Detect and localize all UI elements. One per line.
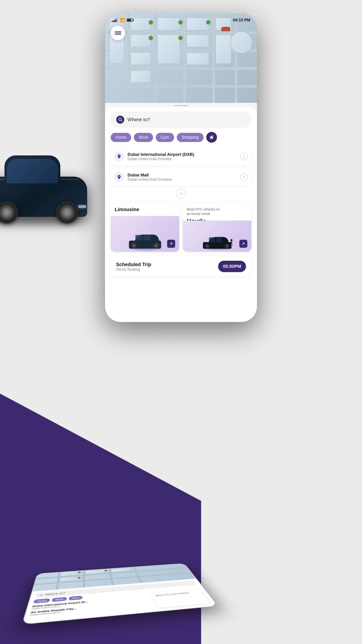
location-item-mall[interactable]: Dubai Mall Dubai-United Arab Emirates <box>111 168 251 186</box>
second-search-placeholder: Where to? <box>45 592 65 596</box>
svg-rect-25 <box>231 241 232 244</box>
car-window <box>7 159 58 183</box>
scheduled-time-badge[interactable]: 05:00PM <box>218 261 246 272</box>
chip-work[interactable]: Work <box>134 133 153 142</box>
signal-bar-1 <box>112 21 113 22</box>
location-text-airport: Dubai International Airport (DXB) Dubai-… <box>128 152 240 161</box>
location-text-mall: Dubai Mall Dubai-United Arab Emirates <box>128 173 240 182</box>
second-chip-home: Home <box>33 598 50 604</box>
car-wheel-right <box>56 201 78 224</box>
map-car <box>221 27 230 31</box>
search-placeholder: Where to? <box>127 117 150 122</box>
map-building <box>216 35 231 64</box>
map-road <box>154 14 157 103</box>
limousine-label: Limousine <box>115 206 139 212</box>
limousine-car-svg <box>125 230 165 251</box>
second-tree <box>77 577 81 579</box>
svg-point-24 <box>230 239 232 241</box>
hourly-expand-button[interactable] <box>239 240 247 248</box>
svg-point-21 <box>206 245 209 248</box>
second-map-road <box>133 567 142 583</box>
svg-rect-10 <box>135 235 142 240</box>
hamburger-line-1 <box>115 31 121 32</box>
signal-bar-2 <box>113 20 115 22</box>
3d-car-decoration <box>0 134 94 246</box>
pin-icon <box>117 175 122 180</box>
svg-line-1 <box>121 120 122 122</box>
menu-button[interactable] <box>111 26 125 40</box>
map-building <box>187 52 209 65</box>
car-headlight <box>78 205 86 208</box>
hourly-title: Book DTC vehicles on an hourly rental <box>187 207 223 216</box>
wheel-hub-left <box>2 208 11 217</box>
drag-handle <box>174 105 188 106</box>
location-pin-airport <box>114 152 124 162</box>
bottom-sheet: Where to? Home Work Gym Shopping <box>105 107 257 322</box>
svg-point-15 <box>154 244 158 247</box>
svg-line-28 <box>232 244 232 246</box>
map-road <box>127 14 130 103</box>
status-time: 09:15 PM <box>233 18 250 22</box>
svg-point-7 <box>119 176 120 177</box>
svg-rect-19 <box>216 238 222 242</box>
search-icon <box>118 118 122 122</box>
service-card-hourly[interactable]: Book DTC vehicles on an hourly rental Ho… <box>183 202 251 252</box>
signal-strength <box>112 18 118 22</box>
service-card-limousine[interactable]: Limousine <box>111 202 179 252</box>
scheduled-trip-bar[interactable]: Scheduled Trip Hourly Booking 05:00PM <box>111 256 251 276</box>
location-item-airport[interactable]: Dubai International Airport (DXB) Dubai-… <box>111 148 251 166</box>
svg-line-30 <box>41 595 42 596</box>
signal-bar-4 <box>117 18 118 22</box>
map-building <box>131 35 151 47</box>
chip-shopping[interactable]: Shopping <box>177 133 204 142</box>
pin-icon <box>117 154 122 159</box>
map-tree <box>178 36 183 40</box>
map-building <box>131 52 151 65</box>
hamburger-line-2 <box>115 33 121 33</box>
chevron-right-icon <box>242 155 246 158</box>
second-chip-gym: Gym <box>69 596 83 600</box>
svg-point-23 <box>226 245 228 248</box>
map-road <box>235 14 237 103</box>
location-sub-airport: Dubai-United Arab Emirates <box>128 157 240 161</box>
search-icon-container <box>116 116 124 124</box>
map-building <box>158 35 180 64</box>
service-cards-container: Limousine Book DTC vehicles on an hourly… <box>111 202 251 252</box>
map-area[interactable] <box>105 14 257 103</box>
map-building <box>131 70 151 83</box>
second-tree <box>77 572 81 573</box>
location-name-mall: Dubai Mall <box>128 173 240 178</box>
location-arrow-airport[interactable] <box>240 153 248 160</box>
svg-point-13 <box>132 244 135 247</box>
scheduled-info: Scheduled Trip Hourly Booking <box>116 262 151 272</box>
chevron-right-icon <box>242 175 246 179</box>
chip-gym[interactable]: Gym <box>156 133 174 142</box>
map-road <box>183 14 186 103</box>
search-bar[interactable]: Where to? <box>111 112 251 128</box>
hourly-car-svg <box>198 232 236 251</box>
scheduled-subtitle: Hourly Booking <box>116 268 151 272</box>
location-sub-mall: Dubai-United Arab Emirates <box>128 178 240 182</box>
second-chip-work: Work <box>52 597 67 602</box>
location-pin-mall <box>114 172 124 182</box>
second-tree <box>104 570 107 572</box>
map-building <box>187 35 209 47</box>
limousine-expand-button[interactable] <box>167 240 175 248</box>
expand-icon <box>241 242 245 246</box>
battery-icon <box>127 18 133 22</box>
main-phone: 📶 09:15 PM <box>105 14 257 322</box>
wheel-hub-right <box>62 208 71 217</box>
map-road <box>212 14 215 103</box>
svg-rect-11 <box>143 235 150 240</box>
expand-icon <box>169 242 173 246</box>
svg-rect-18 <box>209 238 215 242</box>
star-plus-icon <box>209 135 214 140</box>
add-chip-button[interactable] <box>206 132 217 143</box>
second-search-icon <box>39 594 43 596</box>
add-location-button[interactable]: + <box>176 189 186 198</box>
quick-chips-container: Home Work Gym Shopping <box>111 132 251 143</box>
chip-home[interactable]: Home <box>111 133 131 142</box>
hamburger-line-3 <box>115 34 121 35</box>
map-tree <box>149 36 153 40</box>
location-arrow-mall[interactable] <box>240 173 248 181</box>
